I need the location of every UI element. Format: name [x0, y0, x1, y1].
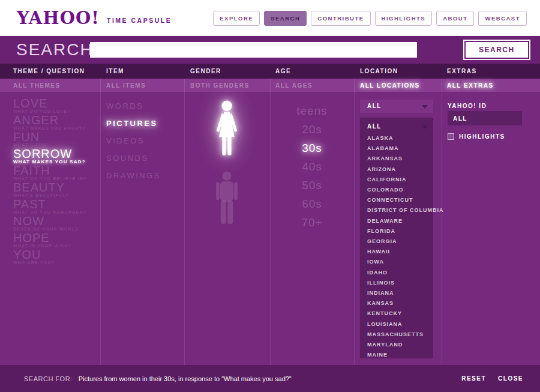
age-option-teens[interactable]: teens — [270, 101, 354, 120]
column-divider — [354, 92, 355, 365]
column-divider — [354, 79, 355, 92]
header-gender: GENDER — [190, 68, 221, 74]
location-option-kentucky[interactable]: KENTUCKY — [360, 309, 433, 319]
theme-option-beauty[interactable]: BEAUTY WHAT'S BEAUTIFUL? — [13, 181, 87, 198]
all-ages-option[interactable]: ALL AGES — [275, 82, 313, 89]
nav-contribute[interactable]: CONTRIBUTE — [311, 11, 370, 26]
location-option-connecticut[interactable]: CONNECTICUT — [360, 195, 433, 205]
page-title: SEARCH — [16, 40, 94, 59]
highlights-label: HIGHLIGHTS — [459, 133, 505, 140]
location-list-selected-value: ALL — [367, 123, 382, 130]
nav-webcast[interactable]: WEBCAST — [478, 11, 527, 26]
age-option-20s[interactable]: 20s — [270, 120, 354, 139]
all-extras-option[interactable]: ALL EXTRAS — [447, 82, 494, 89]
location-option-colorado[interactable]: COLORADO — [360, 185, 433, 195]
yahoo-id-field[interactable] — [448, 111, 522, 125]
location-option-district-of-columbia[interactable]: DISTRICT OF COLUMBIA — [360, 205, 433, 216]
header-location: LOCATION — [360, 68, 398, 74]
location-option-california[interactable]: CALIFORNIA — [360, 175, 433, 185]
yahoo-id-label: YAHOO! ID — [448, 103, 487, 109]
location-option-idaho[interactable]: IDAHO — [360, 268, 433, 278]
age-option-30s[interactable]: 30s — [270, 139, 354, 157]
column-divider — [100, 79, 101, 92]
location-option-maine[interactable]: MAINE — [360, 350, 433, 360]
header-item: ITEM — [106, 68, 124, 74]
theme-option-past[interactable]: PAST WHAT DO YOU REMEMBER? — [13, 198, 87, 215]
close-button[interactable]: CLOSE — [498, 375, 523, 382]
all-items-option[interactable]: ALL ITEMS — [106, 82, 146, 89]
theme-title: FUN — [13, 131, 87, 143]
age-list: teens 20s 30s 40s 50s 60s 70+ — [270, 101, 354, 232]
yahoo-logo[interactable]: YAHOO! — [17, 8, 100, 28]
search-input[interactable] — [90, 42, 417, 58]
theme-option-now[interactable]: NOW DESCRIBE YOUR WORLD — [13, 215, 87, 232]
location-option-florida[interactable]: FLORIDA — [360, 226, 433, 237]
theme-option-love[interactable]: LOVE WHAT DO YOU LOVE? — [13, 97, 87, 114]
all-themes-option[interactable]: ALL THEMES — [13, 82, 61, 89]
theme-title: ANGER — [13, 114, 87, 126]
theme-title: NOW — [13, 215, 87, 227]
theme-subtitle: WHO ARE YOU? — [13, 261, 87, 265]
chevron-down-icon — [422, 125, 428, 129]
location-option-arkansas[interactable]: ARKANSAS — [360, 154, 433, 164]
theme-title: SORROW — [13, 148, 87, 160]
search-button[interactable]: SEARCH — [466, 42, 528, 58]
location-option-indiana[interactable]: INDIANA — [360, 288, 433, 298]
column-divider — [184, 92, 185, 365]
column-divider — [270, 79, 271, 92]
both-genders-option[interactable]: BOTH GENDERS — [190, 82, 250, 89]
highlights-checkbox[interactable] — [448, 133, 454, 140]
chevron-down-icon — [422, 105, 428, 109]
all-locations-option[interactable]: ALL LOCATIONS — [360, 82, 420, 89]
time-capsule-search-page: YAHOO! TIME CAPSULE EXPLORE SEARCH CONTR… — [0, 0, 540, 392]
location-option-alaska[interactable]: ALASKA — [360, 133, 433, 143]
theme-option-anger[interactable]: ANGER WHAT MAKES YOU ANGRY? — [13, 114, 87, 131]
age-option-60s[interactable]: 60s — [270, 194, 354, 213]
nav-about[interactable]: ABOUT — [436, 11, 474, 26]
theme-option-fun[interactable]: FUN WHAT'S FUN? — [13, 131, 87, 148]
female-icon[interactable] — [208, 100, 245, 164]
header-theme: THEME / QUESTION — [13, 68, 85, 74]
theme-option-hope[interactable]: HOPE WHAT IS YOUR WISH? — [13, 232, 87, 249]
header-extras: EXTRAS — [447, 68, 477, 74]
nav-search[interactable]: SEARCH — [264, 11, 307, 26]
theme-option-faith[interactable]: FAITH WHAT DO YOU BELIEVE IN? — [13, 164, 87, 181]
location-dropdown[interactable]: ALL — [360, 100, 433, 113]
item-option-words[interactable]: WORDS — [106, 101, 161, 110]
column-divider — [442, 79, 442, 92]
location-option-georgia[interactable]: GEORGIA — [360, 237, 433, 247]
location-option-kansas[interactable]: KANSAS — [360, 298, 433, 309]
male-icon[interactable] — [211, 171, 242, 228]
header-age: AGE — [275, 68, 291, 74]
location-option-massachusetts[interactable]: MASSACHUSETTS — [360, 330, 433, 340]
location-option-illinois[interactable]: ILLINOIS — [360, 278, 433, 288]
column-divider — [442, 92, 442, 365]
location-dropdown-value: ALL — [367, 103, 382, 109]
location-option-hawaii[interactable]: HAWAII — [360, 247, 433, 257]
age-option-40s[interactable]: 40s — [270, 157, 354, 176]
location-option-arizona[interactable]: ARIZONA — [360, 164, 433, 175]
theme-option-sorrow[interactable]: SORROW WHAT MAKES YOU SAD? — [13, 148, 87, 164]
age-option-70plus[interactable]: 70+ — [270, 213, 354, 232]
highlights-filter[interactable]: HIGHLIGHTS — [448, 133, 505, 140]
location-option-iowa[interactable]: IOWA — [360, 257, 433, 267]
theme-option-you[interactable]: YOU WHO ARE YOU? — [13, 249, 87, 265]
age-option-50s[interactable]: 50s — [270, 176, 354, 194]
all-filters-row: ALL THEMES ALL ITEMS BOTH GENDERS ALL AG… — [0, 79, 540, 92]
location-option-maryland[interactable]: MARYLAND — [360, 340, 433, 350]
location-option-alabama[interactable]: ALABAMA — [360, 143, 433, 154]
item-option-drawings[interactable]: DRAWINGS — [106, 171, 161, 180]
item-option-sounds[interactable]: SOUNDS — [106, 154, 161, 163]
nav-explore[interactable]: EXPLORE — [213, 11, 260, 26]
theme-title: FAITH — [13, 164, 87, 176]
theme-title: LOVE — [13, 97, 87, 109]
column-divider — [100, 92, 101, 365]
location-option-louisiana[interactable]: LOUISIANA — [360, 319, 433, 330]
location-option-delaware[interactable]: DELAWARE — [360, 216, 433, 226]
item-option-videos[interactable]: VIDEOS — [106, 136, 161, 145]
nav-highlights[interactable]: HIGHLIGHTS — [375, 11, 433, 26]
location-list-selected[interactable]: ALL — [360, 120, 433, 133]
reset-button[interactable]: RESET — [461, 375, 486, 382]
top-bar: YAHOO! TIME CAPSULE EXPLORE SEARCH CONTR… — [0, 0, 540, 36]
item-option-pictures[interactable]: PICTURES — [106, 119, 161, 128]
